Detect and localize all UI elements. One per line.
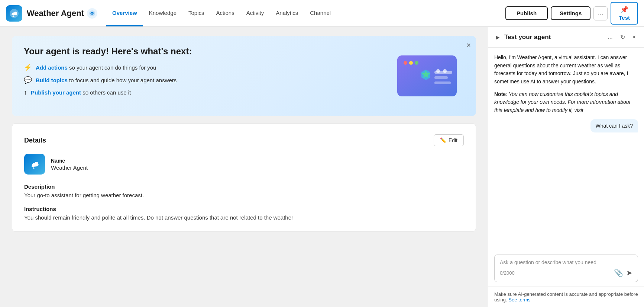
app-title: Weather Agent [27, 9, 84, 18]
card-header: Details ✏️ Edit [24, 134, 464, 146]
input-count: 0/2000 [500, 270, 515, 276]
name-value: Weather Agent [51, 164, 88, 171]
svg-point-13 [443, 69, 447, 73]
banner-close-button[interactable]: × [466, 41, 471, 49]
banner-item-0-suffix: so your agent can do things for you [69, 64, 156, 71]
details-card: Details ✏️ Edit Name Weather Agent [12, 124, 476, 231]
instructions-label: Instructions [24, 206, 464, 212]
nav-overview[interactable]: Overview [106, 0, 143, 26]
getting-started-banner: Your agent is ready! Here's what's next:… [12, 36, 476, 116]
input-buttons: 📎 ➤ [614, 268, 632, 277]
edit-label: Edit [449, 137, 457, 143]
edit-button[interactable]: ✏️ Edit [434, 134, 464, 146]
edit-pencil-icon: ✏️ [440, 137, 446, 143]
more-options-button[interactable]: ... [593, 6, 608, 20]
description-label: Description [24, 183, 464, 190]
input-footer: 0/2000 📎 ➤ [500, 268, 632, 277]
settings-button[interactable]: Settings [551, 6, 590, 20]
publish-icon: ↑ [24, 89, 27, 96]
nav-actions[interactable]: Actions [210, 0, 240, 26]
publish-button[interactable]: Publish [505, 6, 548, 20]
note-message: Note: You can now customize this copilot… [494, 90, 638, 115]
agent-name-block: Name Weather Agent [51, 158, 88, 171]
panel-expand-button[interactable]: ▶ [494, 33, 501, 41]
chat-input-box: Ask a question or describe what you need… [494, 255, 638, 282]
nav-activity[interactable]: Activity [240, 0, 270, 26]
banner-item-publish: ↑ Publish your agent so others can use i… [24, 89, 375, 96]
svg-point-4 [404, 61, 407, 65]
svg-point-6 [415, 61, 418, 65]
input-placeholder[interactable]: Ask a question or describe what you need [500, 259, 632, 265]
details-title: Details [24, 137, 46, 144]
nav-channel[interactable]: Channel [304, 0, 337, 26]
greeting-message: Hello, I'm Weather Agent, a virtual assi… [494, 54, 638, 86]
note-italic: : You can now customize this copilot's t… [494, 91, 631, 113]
nav-analytics[interactable]: Analytics [270, 0, 304, 26]
nav-topics[interactable]: Topics [182, 0, 210, 26]
app-logo [6, 5, 22, 22]
note-bold: Note [494, 91, 506, 97]
send-button[interactable]: ➤ [626, 268, 632, 277]
actions-icon: ⚡ [24, 63, 32, 71]
topics-icon: 💬 [24, 76, 32, 84]
panel-header: ▶ Test your agent ... ↻ × [488, 27, 644, 48]
svg-rect-10 [434, 76, 448, 79]
banner-illustration [382, 46, 464, 106]
instructions-value: You should remain friendly and polite at… [24, 214, 464, 221]
banner-item-2-suffix: so others can use it [82, 89, 131, 96]
content-area: Your agent is ready! Here's what's next:… [0, 27, 488, 307]
banner-item-1-suffix: to focus and guide how your agent answer… [69, 77, 177, 83]
banner-title: Your agent is ready! Here's what's next: [24, 46, 375, 57]
svg-rect-11 [434, 81, 451, 84]
chat-messages: Hello, I'm Weather Agent, a virtual assi… [488, 48, 644, 250]
agent-icon [87, 8, 97, 19]
input-area: Ask a question or describe what you need… [488, 250, 644, 287]
svg-point-2 [91, 13, 93, 15]
banner-item-actions: ⚡ Add actions so your agent can do thing… [24, 63, 375, 71]
user-bubble: What can I ask? [590, 119, 638, 132]
attach-button[interactable]: 📎 [614, 268, 623, 277]
test-label: Test [619, 15, 630, 21]
description-value: Your go-to assistant for getting weather… [24, 192, 464, 198]
panel-title: Test your agent [504, 33, 602, 41]
publish-agent-link[interactable]: Publish your agent [31, 89, 81, 96]
add-actions-link[interactable]: Add actions [36, 64, 68, 71]
main-layout: Your agent is ready! Here's what's next:… [0, 27, 644, 307]
name-label: Name [51, 158, 88, 164]
build-topics-link[interactable]: Build topics [36, 77, 68, 83]
svg-point-5 [409, 61, 413, 65]
main-nav: Overview Knowledge Topics Actions Activi… [106, 0, 505, 26]
test-button[interactable]: 📌 Test [611, 2, 638, 25]
see-terms-link[interactable]: See terms [508, 297, 530, 303]
panel-close-button[interactable]: × [630, 32, 638, 42]
test-panel: ▶ Test your agent ... ↻ × Hello, I'm Wea… [488, 27, 644, 307]
banner-content: Your agent is ready! Here's what's next:… [24, 46, 375, 101]
svg-point-12 [436, 69, 440, 73]
app-header: Weather Agent Overview Knowledge Topics … [0, 0, 644, 27]
test-pin-icon: 📌 [620, 6, 628, 14]
nav-knowledge[interactable]: Knowledge [143, 0, 182, 26]
agent-avatar [24, 154, 45, 175]
panel-refresh-button[interactable]: ↻ [618, 32, 627, 42]
agent-info: Name Weather Agent [24, 154, 464, 175]
panel-more-button[interactable]: ... [605, 32, 615, 42]
panel-footer: Make sure AI-generated content is accura… [488, 287, 644, 307]
header-actions: Publish Settings ... 📌 Test [505, 2, 638, 25]
banner-item-topics: 💬 Build topics to focus and guide how yo… [24, 76, 375, 84]
